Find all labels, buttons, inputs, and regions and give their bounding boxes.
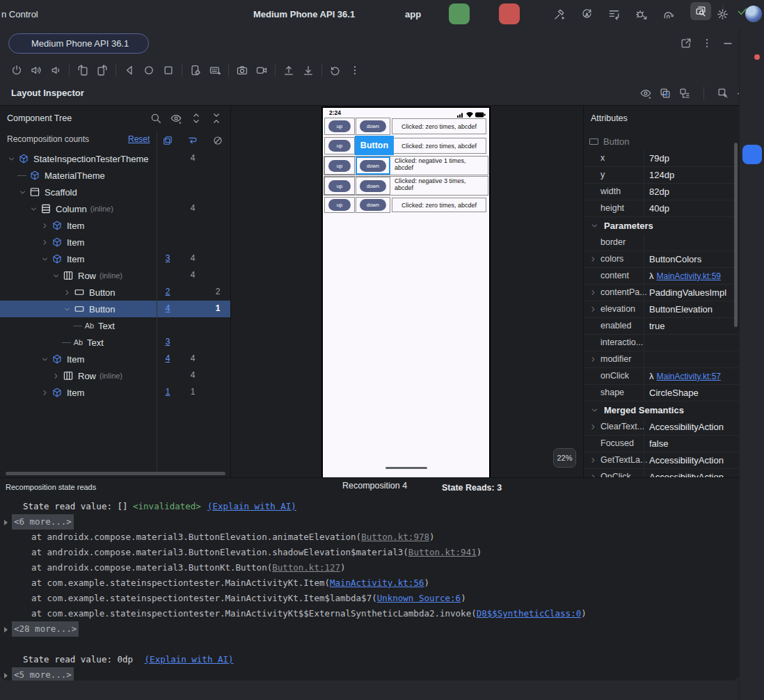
virtual-keyboard-icon[interactable]	[208, 63, 222, 77]
down-button[interactable]: down	[360, 180, 386, 192]
search-icon[interactable]	[149, 111, 163, 125]
chevron-right-icon[interactable]	[589, 288, 598, 299]
next-recomposition-icon[interactable]	[414, 481, 424, 491]
select-component-icon[interactable]	[716, 86, 730, 100]
snapshots-icon[interactable]	[328, 63, 342, 77]
recomposition-count-link[interactable]: 4	[159, 353, 176, 363]
export-snapshot-icon[interactable]	[658, 86, 672, 100]
attribute-row[interactable]: onClickλMainActivity.kt:57	[584, 368, 739, 385]
tree-node-text[interactable]: AbText	[0, 317, 231, 334]
minimize-icon[interactable]	[714, 481, 728, 495]
fold-expander-icon[interactable]	[4, 627, 8, 633]
kebab-icon[interactable]	[700, 36, 714, 50]
nav-home-icon[interactable]	[142, 63, 156, 77]
tree-node-row[interactable]: Row(inline)4	[0, 367, 231, 384]
recomposition-count-link[interactable]: 4	[159, 303, 176, 313]
source-location-link[interactable]: Button.kt:127	[272, 562, 340, 573]
chevron-down-icon[interactable]	[39, 253, 50, 264]
apply-changes-icon[interactable]	[580, 7, 594, 21]
rerun-button[interactable]	[449, 3, 470, 24]
tree-node-row[interactable]: Row(inline)4	[0, 267, 231, 284]
attribute-row[interactable]: height40dp	[584, 200, 739, 217]
zoom-level-badge[interactable]: 22%	[553, 448, 576, 468]
attribute-row[interactable]: border	[584, 234, 739, 251]
run-config-label[interactable]: app	[405, 9, 421, 19]
volume-up-icon[interactable]	[29, 63, 43, 77]
fold-toggle[interactable]: <5 more...>	[12, 667, 74, 681]
down-button[interactable]: down	[360, 160, 386, 172]
visibility-eye-icon[interactable]	[639, 86, 653, 100]
up-button[interactable]: up	[328, 180, 351, 192]
upload-file-icon[interactable]	[282, 63, 296, 77]
up-button[interactable]: up	[328, 120, 351, 132]
tree-node-item[interactable]: Item34	[0, 250, 231, 267]
fold-expander-icon[interactable]	[4, 673, 8, 678]
recomposition-count-link[interactable]: 2	[159, 287, 176, 296]
attach-debugger-icon[interactable]	[634, 7, 648, 21]
ai-chat-icon[interactable]	[745, 175, 758, 189]
recomposition-counts-icon[interactable]	[161, 134, 175, 148]
recomposition-count-link[interactable]: 3	[159, 253, 176, 263]
chevron-right-icon[interactable]	[39, 220, 50, 231]
explain-with-ai-link[interactable]: (Explain with AI)	[207, 501, 296, 511]
chevron-right-icon[interactable]	[589, 305, 598, 316]
gradle-elephant-icon[interactable]	[745, 89, 758, 103]
tree-node-scaffold[interactable]: Scaffold	[0, 184, 231, 200]
chevron-right-icon[interactable]	[589, 456, 598, 467]
attributes-section-header[interactable]: Merged Semantics	[584, 401, 739, 419]
device-selector[interactable]: Medium Phone API 36.1	[235, 0, 369, 28]
chevron-right-icon[interactable]	[39, 237, 50, 248]
more-options-icon[interactable]	[524, 7, 538, 21]
recomposition-count-link[interactable]: 3	[159, 337, 176, 347]
attribute-row[interactable]: shapeCircleShape	[584, 385, 739, 401]
debug-bug-icon[interactable]	[474, 3, 495, 24]
down-button[interactable]: down	[360, 199, 386, 211]
chevron-right-icon[interactable]	[61, 287, 72, 298]
source-location-link[interactable]: D8$$SyntheticClass:0	[477, 608, 582, 619]
skips-icon[interactable]	[211, 134, 225, 148]
previous-recomposition-icon[interactable]	[326, 481, 335, 491]
fold-expander-icon[interactable]	[4, 520, 8, 525]
expand-all-icon[interactable]	[189, 111, 203, 125]
attribute-row[interactable]: Focusedfalse	[584, 436, 739, 452]
add-device-tab-icon[interactable]	[156, 37, 170, 51]
notifications-button[interactable]	[745, 56, 758, 72]
attribute-row[interactable]: ClearText...AccessibilityAction	[584, 419, 739, 436]
chevron-down-icon[interactable]	[17, 186, 28, 198]
fold-toggle[interactable]: <28 more...>	[12, 621, 79, 637]
explain-with-ai-link[interactable]: (Explain with AI)	[145, 654, 234, 665]
recomposition-count-link[interactable]: 1	[159, 387, 176, 397]
tree-node-item[interactable]: Item	[0, 234, 231, 250]
attribute-row[interactable]: y124dp	[584, 167, 739, 184]
tree-node-text[interactable]: AbText3	[0, 334, 231, 351]
tree-node-item[interactable]: Item44	[0, 351, 231, 367]
tree-node-button[interactable]: Button41	[0, 301, 231, 317]
attribute-row[interactable]: x79dp	[584, 150, 739, 167]
chevron-right-icon[interactable]	[589, 255, 598, 266]
chevron-right-icon[interactable]	[589, 422, 598, 433]
tree-node-materialtheme[interactable]: MaterialTheme	[0, 167, 231, 184]
chevron-right-icon[interactable]	[50, 370, 61, 381]
layout-inspector-toggle[interactable]	[690, 2, 711, 20]
attribute-row[interactable]: elevationButtonElevation	[584, 301, 739, 318]
source-location-link[interactable]: MainActivity.kt:56	[330, 578, 424, 588]
up-button[interactable]: up	[328, 199, 351, 211]
tree-node-item[interactable]: Item11	[0, 384, 231, 401]
build-run-icon[interactable]	[552, 7, 566, 21]
tree-node-column[interactable]: Column(inline)4	[0, 200, 231, 217]
check-icon[interactable]	[735, 4, 749, 18]
search-icon[interactable]	[718, 111, 732, 125]
tree-node-stateinspectiontestertheme[interactable]: StateInspectionTesterTheme4	[0, 150, 231, 167]
chevron-down-icon[interactable]	[39, 353, 50, 365]
source-location-link[interactable]: Button.kt:941	[408, 547, 477, 557]
device-settings-icon[interactable]	[189, 63, 202, 77]
list-sync-icon[interactable]	[607, 7, 621, 21]
attributes-section-header[interactable]: Parameters	[584, 217, 739, 234]
up-button[interactable]: up	[328, 140, 351, 152]
chevron-right-icon[interactable]	[589, 472, 598, 477]
attribute-row[interactable]: OnClickAccessibilityAction	[584, 469, 739, 477]
collapse-all-icon[interactable]	[209, 111, 223, 125]
nav-back-icon[interactable]	[122, 63, 136, 77]
attribute-row[interactable]: modifier	[584, 351, 739, 368]
attribute-row[interactable]: enabledtrue	[584, 318, 739, 335]
